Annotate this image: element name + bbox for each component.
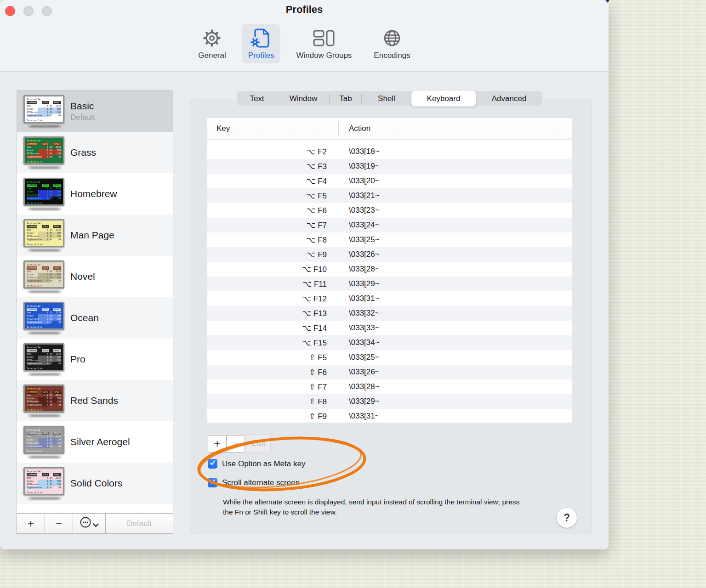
key-binding-row[interactable]: ⌥ F7\033[24~: [207, 218, 572, 232]
thumb-data-line: ATSServer0.0%13M: [27, 111, 61, 114]
mini-terminal-preview: Terminal1#COMMAND%CPURPRVTtop4.1%231KXco…: [23, 95, 64, 123]
thumb-cell: ATSServer: [27, 111, 45, 114]
thumb-cell: 4.1%: [45, 435, 52, 438]
key-binding-row[interactable]: ⌥ F14\033[33~: [207, 321, 572, 335]
use-option-as-meta-checkbox[interactable]: [208, 459, 217, 469]
profile-item-basic[interactable]: Terminal1#COMMAND%CPURPRVTtop4.1%231KXco…: [17, 90, 173, 132]
thumb-data-line: loginwindow0.0%4M: [27, 238, 61, 241]
thumb-cell: 0.0%: [45, 152, 52, 155]
key-binding-row[interactable]: ⇧ F6\033[26~: [207, 365, 572, 379]
key-binding-row[interactable]: ⌥ F4\033[20~: [207, 174, 572, 188]
key-binding-row[interactable]: ⌥ F5\033[21~: [207, 188, 572, 203]
thumb-data-line: ATSServer0.0%13M: [27, 276, 61, 279]
key-binding-row[interactable]: ⇧ F5\033[25~: [207, 350, 572, 365]
tab-keyboard[interactable]: Keyboard: [411, 90, 476, 107]
profile-item-novel[interactable]: Terminal1#COMMAND%CPURPRVTtop4.1%231KXco…: [17, 256, 173, 297]
thumb-data-line: Xcode1.4%78M: [27, 356, 61, 359]
scroll-alternate-screen-checkbox[interactable]: [208, 478, 217, 487]
profile-item-homebrew[interactable]: Terminal1#COMMAND%CPURPRVTtop4.1%231KXco…: [17, 173, 173, 215]
thumb-cell: 13M: [52, 193, 61, 197]
profile-list: Terminal1#COMMAND%CPURPRVTtop4.1%231KXco…: [17, 90, 173, 514]
thumb-cell: 0.0%: [45, 486, 52, 489]
key-binding-row[interactable]: ⌥ F3\033[19~: [207, 159, 572, 174]
column-divider[interactable]: [338, 122, 339, 135]
key-binding-row[interactable]: ⌥ F6\033[23~: [207, 203, 572, 218]
thumb-cell: 13M: [52, 276, 61, 279]
tab-advanced[interactable]: Advanced: [476, 91, 542, 106]
thumb-cell: 4M: [52, 445, 61, 448]
thumb-cell: 4.1%: [45, 394, 52, 397]
key-cell: ⌥ F2: [207, 147, 338, 157]
toolbar-item-label: General: [198, 51, 226, 60]
tab-text[interactable]: Text: [237, 91, 277, 106]
key-cell: ⇧ F5: [207, 353, 338, 362]
profile-name: Novel: [70, 271, 95, 282]
profile-item-pro[interactable]: Terminal1#COMMAND%CPURPRVTtop4.1%231KXco…: [17, 339, 173, 380]
key-binding-row[interactable]: ⌥ F15\033[34~: [207, 335, 572, 350]
thumb-prompt-line: Terminal1 #: [27, 326, 61, 329]
thumb-cell: 4.1%: [45, 311, 52, 314]
thumb-header-cell: RPRVT: [53, 266, 61, 270]
key-cell: ⌥ F7: [207, 220, 338, 230]
thumb-cell: 13M: [52, 317, 61, 321]
thumb-cell: 78M: [52, 273, 61, 276]
column-header-action[interactable]: Action: [338, 124, 370, 133]
profile-item-silver-aerogel[interactable]: Terminal1#COMMAND%CPURPRVTtop4.1%231KXco…: [17, 421, 173, 463]
profile-actions-menu-button[interactable]: [73, 514, 106, 534]
add-profile-button[interactable]: +: [17, 514, 45, 534]
key-binding-row[interactable]: ⌥ F11\033[29~: [207, 277, 572, 291]
add-binding-button[interactable]: +: [208, 435, 227, 452]
tab-window[interactable]: Window: [277, 91, 330, 106]
key-binding-row[interactable]: ⌥ F2\033[18~: [207, 144, 572, 159]
toolbar-item-window-groups[interactable]: Window Groups: [290, 24, 358, 63]
profile-item-solid-colors[interactable]: Terminal1#COMMAND%CPURPRVTtop4.1%231KXco…: [17, 463, 173, 504]
set-default-button[interactable]: Default: [105, 514, 173, 534]
key-binding-row[interactable]: ⌥ F13\033[32~: [207, 306, 572, 321]
key-cell: ⇧ F7: [207, 382, 338, 392]
thumb-cell: 231K: [52, 104, 61, 107]
help-button[interactable]: ?: [557, 508, 577, 528]
profile-item-red-sands[interactable]: Terminal1#COMMAND%CPURPRVTtop4.1%231KXco…: [17, 380, 173, 421]
thumb-cell: 0.0%: [45, 235, 52, 238]
thumb-reflection: [27, 166, 63, 169]
profile-item-grass[interactable]: Terminal1#COMMAND%CPURPRVTtop4.1%231KXco…: [17, 132, 173, 173]
thumb-header-line: COMMAND%CPURPRVT: [27, 432, 61, 435]
thumb-cell: 1.4%: [45, 438, 52, 441]
profile-item-ocean[interactable]: Terminal1#COMMAND%CPURPRVTtop4.1%231KXco…: [17, 297, 173, 339]
thumb-cell: top: [27, 187, 45, 190]
thumb-data-line: Xcode1.4%78M: [27, 314, 61, 317]
key-binding-row[interactable]: ⌥ F10\033[28~: [207, 262, 572, 277]
table-header: Key Action: [207, 118, 572, 140]
profile-document-icon: [251, 26, 272, 50]
thumb-title-line: Terminal1#: [27, 470, 61, 473]
mini-terminal-preview: Terminal1#COMMAND%CPURPRVTtop4.1%231KXco…: [23, 219, 64, 247]
thumb-cell: top: [27, 435, 45, 438]
remove-profile-button[interactable]: −: [45, 514, 73, 534]
toolbar-item-general[interactable]: General: [192, 24, 232, 63]
thumb-cell: 4.1%: [45, 352, 52, 356]
thumb-header-cell: %CPU: [42, 432, 48, 435]
toolbar-item-encodings[interactable]: Encodings: [367, 24, 416, 63]
tab-tab[interactable]: Tab: [330, 91, 362, 106]
key-binding-row[interactable]: ⇧ F8\033[29~: [207, 394, 572, 409]
profile-item-man-page[interactable]: Terminal1#COMMAND%CPURPRVTtop4.1%231KXco…: [17, 215, 173, 256]
key-binding-row[interactable]: ⌥ F12\033[31~: [207, 291, 572, 306]
edit-binding-button[interactable]: Edit: [246, 435, 271, 452]
key-binding-row[interactable]: ⌥ F9\033[26~: [207, 247, 572, 262]
key-cell: ⌥ F11: [207, 279, 338, 289]
thumb-cell: ATSServer: [27, 359, 45, 362]
column-header-key[interactable]: Key: [207, 124, 338, 133]
key-cell: ⌥ F12: [207, 294, 338, 304]
tab-shell[interactable]: Shell: [362, 91, 411, 106]
toolbar-item-profiles[interactable]: Profiles: [242, 24, 281, 63]
remove-binding-button[interactable]: −: [226, 435, 245, 452]
thumb-data-line: loginwindow0.0%4M: [27, 155, 61, 158]
thumb-data-line: Xcode1.4%78M: [27, 190, 61, 193]
thumb-title-line: Terminal1#: [27, 263, 61, 266]
profile-name: Grass: [70, 147, 96, 158]
thumb-cell: 13M: [52, 441, 61, 445]
key-binding-row[interactable]: ⌥ F8\033[25~: [207, 232, 572, 247]
profile-text: Ocean: [66, 312, 99, 323]
key-binding-row[interactable]: ⇧ F9\033[31~: [207, 409, 572, 424]
key-binding-row[interactable]: ⇧ F7\033[28~: [207, 379, 572, 394]
